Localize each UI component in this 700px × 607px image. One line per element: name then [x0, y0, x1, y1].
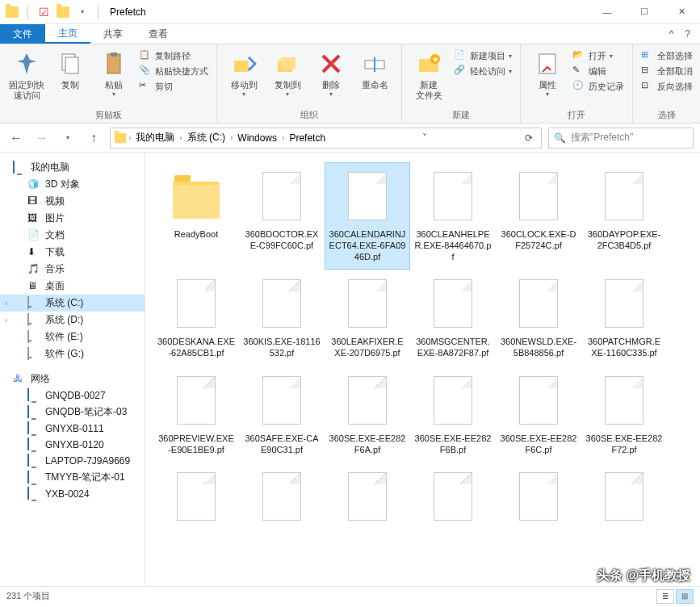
chevron-right-icon[interactable]: ›: [179, 133, 182, 142]
open-button[interactable]: 📂打开 ▾: [572, 49, 624, 62]
qat-folder-icon[interactable]: [3, 3, 21, 21]
file-item[interactable]: 360KIS.EXE-18116532.pf: [239, 270, 325, 366]
file-item[interactable]: [153, 463, 239, 537]
file-item[interactable]: 360SE.EXE-EE282F6C.pf: [496, 366, 581, 463]
crumb[interactable]: Prefetch: [286, 132, 329, 144]
file-item[interactable]: 360CLEANHELPER.EXE-84464670.pf: [410, 162, 496, 270]
chevron-right-icon[interactable]: ›: [282, 133, 284, 142]
tree-item[interactable]: 🖼图片: [0, 210, 145, 227]
tree-item[interactable]: 🖥桌面: [0, 278, 145, 295]
tree-network-node[interactable]: GNQDB-0027: [0, 387, 145, 404]
tree-drive[interactable]: 软件 (E:): [0, 329, 145, 345]
chevron-right-icon[interactable]: ›: [230, 133, 233, 142]
tree-network-node[interactable]: GNYXB-0111: [0, 421, 145, 437]
file-item[interactable]: 360CLOCK.EXE-DF25724C.pf: [496, 162, 581, 270]
qat-check-icon[interactable]: ☑: [35, 3, 52, 21]
file-item[interactable]: [410, 463, 496, 537]
file-item[interactable]: [496, 463, 581, 537]
rename-button[interactable]: 重命名: [353, 48, 396, 94]
file-item[interactable]: 360PREVIEW.EXE-E90E1BE9.pf: [153, 366, 239, 463]
tree-network-node[interactable]: YXB-0024: [0, 486, 145, 502]
easy-access-button[interactable]: 🔗轻松访问 ▾: [454, 65, 512, 77]
file-item[interactable]: 360SE.EXE-EE282F6B.pf: [410, 366, 496, 463]
file-item[interactable]: [239, 463, 325, 537]
icons-view-button[interactable]: ⊞: [676, 589, 694, 604]
tree-item[interactable]: 🧊3D 对象: [0, 176, 145, 193]
help-icon[interactable]: ?: [685, 28, 690, 40]
tree-item[interactable]: ⬇下载: [0, 244, 145, 261]
edit-button[interactable]: ✎编辑: [572, 65, 624, 77]
file-name: ReadyBoot: [174, 229, 218, 241]
crumb[interactable]: Windows: [234, 132, 280, 144]
file-item[interactable]: [325, 463, 410, 537]
file-item[interactable]: 360NEWSLD.EXE-5B848856.pf: [496, 270, 581, 366]
history-dropdown[interactable]: ˅: [417, 132, 432, 144]
minimize-button[interactable]: —: [589, 0, 626, 24]
qat-dropdown[interactable]: ▾: [73, 3, 91, 21]
tree-network-node[interactable]: TMYYB-笔记本-01: [0, 469, 145, 486]
file-item[interactable]: 360SE.EXE-EE282F72.pf: [581, 366, 667, 463]
file-list[interactable]: ReadyBoot 360BDOCTOR.EXE-C99FC60C.pf 360…: [145, 153, 700, 586]
file-item[interactable]: ReadyBoot: [153, 162, 239, 270]
back-button[interactable]: ←: [6, 128, 26, 148]
navigation-pane[interactable]: 我的电脑 🧊3D 对象🎞视频🖼图片📄文档⬇下载🎵音乐🖥桌面 ›系统 (C:)›系…: [0, 153, 145, 586]
close-button[interactable]: ✕: [663, 0, 700, 24]
refresh-button[interactable]: ⟳: [520, 132, 538, 144]
crumb[interactable]: 系统 (C:): [184, 131, 228, 144]
tree-drive[interactable]: ›系统 (D:): [0, 312, 145, 329]
tree-network-node[interactable]: LAPTOP-7J9A9669: [0, 453, 145, 469]
file-item[interactable]: 360SE.EXE-EE282F6A.pf: [325, 366, 410, 463]
breadcrumb-box[interactable]: › 我的电脑 › 系统 (C:) › Windows › Prefetch ˅ …: [110, 128, 542, 149]
search-box[interactable]: 🔍 搜索"Prefetch": [548, 128, 694, 149]
move-to-button[interactable]: 移动到▾: [222, 48, 266, 102]
copy-to-button[interactable]: 复制到▾: [266, 48, 309, 102]
file-item[interactable]: 360CALENDARINJECT64.EXE-6FA0946D.pf: [325, 162, 410, 270]
up-button[interactable]: ↑: [84, 128, 103, 148]
file-name: 360PATCHMGR.EXE-1160C335.pf: [585, 337, 663, 359]
paste-shortcut-button[interactable]: 📎粘贴快捷方式: [139, 65, 208, 77]
maximize-button[interactable]: ☐: [626, 0, 663, 24]
tree-item[interactable]: 🎞视频: [0, 193, 145, 210]
tree-drive[interactable]: 软件 (G:): [0, 345, 145, 362]
file-item[interactable]: 360SAFE.EXE-CAE90C31.pf: [239, 366, 325, 463]
file-item[interactable]: 360MSGCENTER.EXE-8A872F87.pf: [410, 270, 496, 366]
forward-button[interactable]: →: [32, 128, 52, 148]
tab-file[interactable]: 文件: [0, 24, 45, 44]
select-none-button[interactable]: ⊟全部取消: [641, 65, 693, 77]
file-item[interactable]: [581, 463, 667, 537]
tree-item[interactable]: 🎵音乐: [0, 261, 145, 278]
copy-button[interactable]: 复制: [48, 48, 92, 94]
tab-home[interactable]: 主页: [45, 24, 90, 44]
pin-button[interactable]: 固定到快 速访问: [5, 48, 48, 104]
file-item[interactable]: 360BDOCTOR.EXE-C99FC60C.pf: [239, 162, 325, 270]
delete-button[interactable]: 删除▾: [309, 48, 353, 102]
qat-folder-icon-2[interactable]: [54, 3, 72, 21]
file-item[interactable]: 360PATCHMGR.EXE-1160C335.pf: [581, 270, 667, 366]
tab-share[interactable]: 共享: [90, 24, 136, 44]
new-folder-button[interactable]: ★ 新建 文件夹: [407, 48, 451, 104]
details-view-button[interactable]: ≣: [656, 589, 674, 604]
tab-view[interactable]: 查看: [136, 24, 181, 44]
tree-network-node[interactable]: GNQDB-笔记本-03: [0, 404, 145, 421]
crumb[interactable]: 我的电脑: [132, 131, 178, 144]
copy-path-button[interactable]: 📋复制路径: [139, 49, 208, 62]
tree-drive[interactable]: ›系统 (C:): [0, 295, 145, 312]
tree-mycomputer[interactable]: 我的电脑: [0, 159, 145, 176]
file-item[interactable]: 360LEAKFIXER.EXE-207D6975.pf: [325, 270, 410, 366]
cut-button[interactable]: ✂剪切: [139, 80, 208, 93]
file-item[interactable]: 360DAYPOP.EXE-2FC3B4D5.pf: [581, 162, 667, 270]
collapse-ribbon-icon[interactable]: ^: [669, 28, 674, 40]
chevron-right-icon[interactable]: ›: [128, 133, 131, 142]
properties-button[interactable]: 属性▾: [526, 48, 569, 102]
file-item[interactable]: 360DESKANA.EXE-62A85CB1.pf: [153, 270, 239, 366]
invert-selection-button[interactable]: ⊡反向选择: [641, 80, 693, 93]
history-button[interactable]: 🕘历史记录: [572, 80, 624, 93]
tree-network[interactable]: 🖧网络: [0, 370, 145, 387]
paste-button[interactable]: 粘贴▾: [92, 48, 136, 102]
tree-item[interactable]: 📄文档: [0, 227, 145, 244]
new-item-button[interactable]: 📄新建项目 ▾: [454, 49, 512, 62]
svg-rect-4: [234, 61, 249, 72]
recent-locations[interactable]: ▾: [58, 128, 78, 148]
select-all-button[interactable]: ⊞全部选择: [641, 49, 693, 62]
tree-network-node[interactable]: GNYXB-0120: [0, 437, 145, 453]
